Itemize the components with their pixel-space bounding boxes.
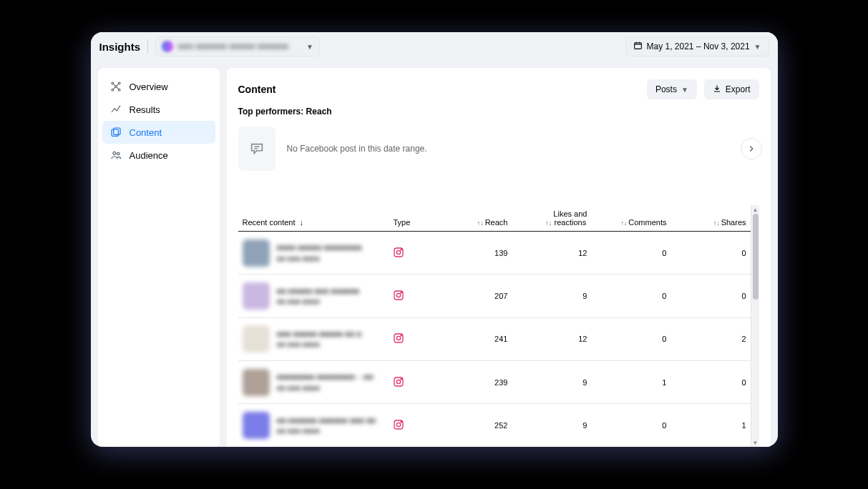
- reach-cell: 139: [432, 232, 512, 275]
- table-row[interactable]: ■■■■ ■■■■■ ■■■■■■■■■■ ■■■ ■■■■1391200: [238, 232, 751, 275]
- type-cell: [389, 232, 432, 275]
- reach-cell: 207: [432, 275, 512, 317]
- svg-point-12: [401, 249, 401, 250]
- posts-filter-button[interactable]: Posts ▼: [647, 79, 697, 99]
- comments-cell: 0: [591, 317, 670, 360]
- instagram-icon: [393, 419, 404, 430]
- sort-down-icon: ↓: [300, 218, 304, 227]
- col-recent[interactable]: Recent content ↓: [238, 205, 389, 232]
- results-icon: [109, 103, 122, 116]
- sidebar-item-label: Results: [130, 104, 160, 115]
- chevron-down-icon: ▼: [681, 86, 688, 94]
- svg-point-23: [397, 423, 401, 426]
- type-cell: [389, 275, 432, 317]
- table-scrollbar[interactable]: ▲ ▼: [751, 205, 759, 447]
- post-cell: ■■ ■■■■■■ ■■■■■■ ■■■ ■■■■ ■■■ ■■■■: [238, 404, 389, 447]
- chat-bubble-icon: [249, 141, 265, 157]
- svg-point-5: [114, 86, 117, 88]
- main-title: Content: [238, 84, 276, 95]
- scroll-up-icon: ▲: [751, 205, 759, 214]
- next-arrow-button[interactable]: [741, 138, 762, 159]
- svg-point-14: [397, 293, 401, 297]
- content-icon: [109, 126, 122, 139]
- shares-cell: 1: [670, 404, 750, 447]
- comments-cell: 0: [591, 275, 670, 317]
- col-comments[interactable]: ↑↓Comments: [591, 205, 670, 232]
- likes-cell: 12: [512, 317, 591, 360]
- type-cell: [389, 404, 432, 447]
- main-header: Content Posts ▼ Export: [238, 79, 759, 99]
- top-performers-label: Top performers: Reach: [238, 107, 759, 117]
- sort-icon: ↑↓: [477, 219, 484, 227]
- post-cell: ■■■■ ■■■■■ ■■■■■■■■■■ ■■■ ■■■■: [238, 232, 389, 275]
- chevron-down-icon: ▼: [306, 43, 313, 51]
- shares-cell: 0: [670, 360, 750, 403]
- download-icon: [713, 84, 721, 95]
- date-range-picker[interactable]: May 1, 2021 – Nov 3, 2021 ▼: [625, 36, 769, 56]
- sort-icon: ↑↓: [620, 219, 627, 227]
- svg-rect-0: [634, 43, 641, 49]
- sidebar-item-label: Audience: [130, 150, 168, 161]
- sidebar-item-label: Content: [130, 127, 162, 138]
- calendar-icon: [633, 41, 643, 52]
- post-cell: ■■■■■■■■ ■■■■■■■■ – ■■■■ ■■■ ■■■■: [238, 360, 389, 403]
- col-reach[interactable]: ↑↓Reach: [432, 205, 512, 232]
- page-avatar-icon: [162, 41, 173, 52]
- no-post-message: No Facebook post in this date range.: [287, 144, 427, 154]
- post-title-blurred: ■■■ ■■■■■ ■■■■■ ■■ ■■■ ■■■ ■■■■: [277, 329, 362, 350]
- separator: [147, 39, 148, 54]
- sidebar-item-content[interactable]: Content: [102, 121, 215, 144]
- post-thumbnail: [243, 412, 270, 439]
- content-table: Recent content ↓ Type ↑↓Reach ↑↓Likes an…: [238, 205, 751, 447]
- chevron-down-icon: ▼: [754, 43, 761, 51]
- chevron-right-icon: [746, 144, 756, 154]
- content-table-body: ■■■■ ■■■■■ ■■■■■■■■■■ ■■■ ■■■■1391200■■ …: [238, 232, 751, 448]
- svg-point-1: [112, 82, 114, 84]
- svg-point-9: [117, 152, 119, 154]
- insights-window: Insights ■■■ ■■■■■■ ■■■■■ ■■■■■■ ▼ May 1…: [91, 32, 778, 447]
- comments-cell: 0: [591, 232, 670, 275]
- page-title: Insights: [99, 41, 141, 53]
- export-button[interactable]: Export: [704, 79, 759, 99]
- sidebar-item-overview[interactable]: Overview: [102, 75, 215, 98]
- table-row[interactable]: ■■ ■■■■■ ■■■ ■■■■■■■■ ■■■ ■■■■207900: [238, 275, 751, 317]
- reach-cell: 241: [432, 317, 512, 360]
- scroll-down-icon: ▼: [751, 438, 759, 447]
- table-row[interactable]: ■■■ ■■■■■ ■■■■■ ■■ ■■■ ■■■ ■■■■2411202: [238, 317, 751, 360]
- post-title-blurred: ■■■■■■■■ ■■■■■■■■ – ■■■■ ■■■ ■■■■: [277, 372, 374, 392]
- instagram-icon: [393, 247, 404, 258]
- svg-point-18: [401, 335, 401, 336]
- page-selector[interactable]: ■■■ ■■■■■■ ■■■■■ ■■■■■■ ▼: [155, 36, 320, 56]
- likes-cell: 9: [512, 275, 591, 317]
- empty-post-card: [238, 127, 275, 171]
- svg-point-4: [118, 89, 120, 91]
- sidebar: Overview Results Content Audience: [98, 68, 220, 447]
- svg-rect-7: [113, 128, 120, 134]
- svg-point-21: [401, 378, 401, 379]
- type-cell: [389, 360, 432, 403]
- main-panel: Content Posts ▼ Export Top performers: R…: [227, 68, 771, 447]
- post-thumbnail: [243, 239, 270, 267]
- svg-point-15: [401, 292, 401, 293]
- post-thumbnail: [243, 282, 270, 310]
- posts-button-label: Posts: [655, 84, 677, 94]
- col-type[interactable]: Type: [389, 205, 432, 232]
- instagram-icon: [393, 290, 404, 301]
- scroll-thumb[interactable]: [753, 214, 759, 300]
- post-cell: ■■■ ■■■■■ ■■■■■ ■■ ■■■ ■■■ ■■■■: [238, 317, 389, 360]
- table-row[interactable]: ■■■■■■■■ ■■■■■■■■ – ■■■■ ■■■ ■■■■239910: [238, 360, 751, 403]
- sidebar-item-results[interactable]: Results: [102, 98, 215, 121]
- post-title-blurred: ■■■■ ■■■■■ ■■■■■■■■■■ ■■■ ■■■■: [277, 242, 362, 263]
- col-likes[interactable]: ↑↓Likes and reactions: [512, 205, 591, 232]
- svg-rect-6: [112, 129, 118, 136]
- date-range-label: May 1, 2021 – Nov 3, 2021: [647, 41, 750, 51]
- col-shares[interactable]: ↑↓Shares: [670, 205, 750, 232]
- table-row[interactable]: ■■ ■■■■■■ ■■■■■■ ■■■ ■■■■ ■■■ ■■■■252901: [238, 404, 751, 447]
- instagram-icon: [393, 332, 404, 344]
- likes-cell: 9: [512, 404, 591, 447]
- sort-icon: ↑↓: [713, 219, 720, 227]
- overview-icon: [109, 80, 122, 93]
- svg-point-3: [112, 89, 114, 91]
- type-cell: [389, 317, 432, 360]
- sidebar-item-audience[interactable]: Audience: [102, 144, 215, 167]
